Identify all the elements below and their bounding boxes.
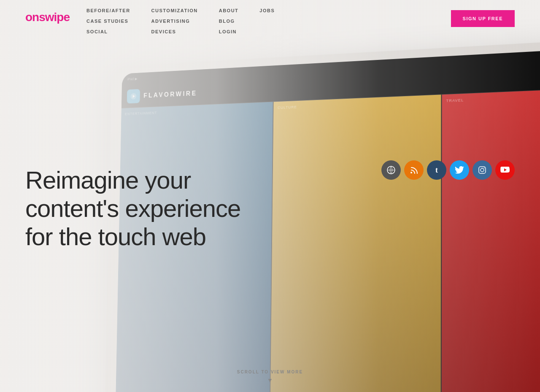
hero-headline: Reimagine your content's experience for … [25, 166, 257, 251]
hero-section: iPad ▶ FLAVORWIRE ✕ ▶ ALL Entertainment … [0, 0, 540, 392]
scroll-down-icon: ▼ [267, 377, 273, 384]
nav-col-2: CUSTOMIZATION ADVERTISING DEVICES [151, 8, 198, 40]
nav-case-studies[interactable]: CASE STUDIES [86, 19, 130, 24]
logo[interactable]: onswipe [25, 11, 70, 24]
svg-point-3 [410, 172, 412, 173]
nav-about[interactable]: ABOUT [219, 8, 239, 13]
nav-blog[interactable]: BLOG [219, 19, 239, 24]
logo-text: onswipe [25, 11, 70, 24]
hero-content: Reimagine your content's experience for … [0, 0, 540, 392]
nav-jobs[interactable]: JOBS [259, 8, 275, 13]
nav-login[interactable]: LOGIN [219, 30, 239, 34]
twitter-icon[interactable] [450, 160, 469, 180]
nav-col-3: ABOUT BLOG LOGIN [219, 8, 239, 40]
svg-point-6 [484, 168, 485, 168]
tumblr-icon[interactable]: t [427, 160, 446, 180]
nav-before-after[interactable]: BEFORE/AFTER [86, 8, 130, 13]
nav-advertising[interactable]: ADVERTISING [151, 19, 198, 24]
nav-customization[interactable]: CUSTOMIZATION [151, 8, 198, 13]
social-icons-group: t [381, 160, 515, 180]
instagram-icon[interactable] [472, 160, 492, 180]
nav-col-1: BEFORE/AFTER CASE STUDIES SOCIAL [86, 8, 130, 40]
signup-button[interactable]: SIGN UP FREE [451, 10, 515, 27]
nav-devices[interactable]: DEVICES [151, 30, 198, 34]
wordpress-icon[interactable] [381, 160, 401, 180]
scroll-more[interactable]: SCROLL TO VIEW MORE ▼ [237, 370, 303, 384]
site-header: onswipe BEFORE/AFTER CASE STUDIES SOCIAL… [0, 0, 540, 40]
youtube-icon[interactable] [495, 160, 515, 180]
rss-icon[interactable] [404, 160, 424, 180]
scroll-label: SCROLL TO VIEW MORE [237, 370, 303, 374]
nav-col-4: JOBS [259, 8, 275, 40]
svg-point-5 [481, 168, 484, 172]
nav-social[interactable]: SOCIAL [86, 30, 130, 34]
main-nav: BEFORE/AFTER CASE STUDIES SOCIAL CUSTOMI… [86, 8, 451, 40]
